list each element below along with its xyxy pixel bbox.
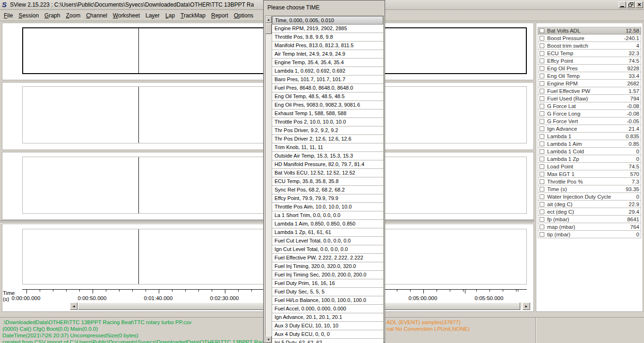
channel-value-row[interactable]: fp (mbar) 8641 [538,216,641,223]
popup-channel-option[interactable]: Fuel Duty Prim, 16, 16, 16 [272,279,383,288]
channel-checkbox[interactable] [540,232,544,237]
channel-checkbox[interactable] [540,111,544,116]
channel-checkbox[interactable] [540,119,544,124]
popup-channel-option[interactable]: Fuel Duty Sec, 5, 5, 5 [272,288,383,296]
channel-checkbox[interactable] [540,36,544,41]
popup-channel-option[interactable]: Outside Air Temp, 15.3, 15.3, 15.3 [272,152,383,160]
popup-channel-option[interactable]: Exhaust Temp 1, 588, 588, 588 [272,109,383,118]
channel-checkbox[interactable] [540,209,544,214]
popup-channel-option[interactable]: Ign Advance, 20.1, 20.1, 20.1 [272,313,383,322]
popup-scrollbar[interactable]: ▲ ▼ [266,16,272,343]
channel-value-row[interactable]: Time (s) 93.35 [538,185,641,193]
menu-item[interactable]: File [1,11,16,20]
popup-channel-option[interactable]: Manifold Pres, 813.0, 812.3, 811.5 [272,42,383,50]
close-button[interactable]: × [635,1,643,8]
popup-channel-option[interactable]: Time, 0.000, 0.005, 0.010 [272,16,383,25]
popup-channel-option[interactable]: Eng Oil Temp, 48.5, 48.5, 48.5 [272,92,383,101]
channel-value-row[interactable]: Throttle Pos % 7.3 [538,178,641,185]
restore-button[interactable] [627,1,635,8]
popup-channel-option[interactable]: Lambda 1 Zp, 61, 61, 61 [272,228,383,237]
popup-scroll-up-button[interactable]: ▲ [266,16,272,23]
channel-value-row[interactable]: Lambda 1 0.835 [538,133,641,140]
channel-value-row[interactable]: tip (mbar) 0 [538,231,641,238]
popup-channel-option[interactable]: HD Manifold Pressure, 82.0, 79.7, 81.4 [272,160,383,169]
minimize-button[interactable] [618,1,626,8]
popup-channel-option[interactable]: La 1 Short Trim, 0.0, 0.0, 0.0 [272,211,383,220]
popup-channel-option[interactable]: Fuel Hi/Lo Balance, 100.0, 100.0, 100.0 [272,296,383,305]
popup-channel-option[interactable]: Thr Pos Driver, 9.2, 9.2, 9.2 [272,126,383,135]
channel-value-row[interactable]: Effcy Point 74.5 [538,57,641,65]
scroll-left-button[interactable]: ◄ [70,302,77,310]
channel-value-row[interactable]: Ign Advance 21.4 [538,125,641,133]
channel-checkbox[interactable] [540,164,544,169]
channel-value-row[interactable]: ECU Temp 32.3 [538,50,641,57]
channel-checkbox[interactable] [540,74,544,78]
menu-item[interactable]: Channel [83,11,110,20]
channel-value-row[interactable]: Engine RPM 2682 [538,80,641,87]
popup-channel-option[interactable]: Fuel Cut Level Total, 0.0, 0.0, 0.0 [272,237,383,245]
scroll-right-button[interactable]: ► [523,302,530,310]
channel-checkbox[interactable] [540,217,544,222]
channel-value-row[interactable]: Eng Oil Temp 33.4 [538,72,641,80]
channel-value-row[interactable]: Max EGT 1 570 [538,170,641,178]
channel-value-row[interactable]: Boost trim switch 4 [538,42,641,50]
channel-value-row[interactable]: G Force Lat -0.08 [538,102,641,110]
channel-value-row[interactable]: ect (deg C) 29.4 [538,208,641,216]
channel-value-row[interactable]: ait (deg C) 22.9 [538,201,641,208]
channel-value-row[interactable]: Boost Pressure -240.1 [538,34,641,42]
channel-checkbox[interactable] [540,126,544,131]
channel-value-row[interactable]: G Force Long -0.08 [538,110,641,117]
popup-channel-option[interactable]: Engine Temp, 35.4, 35.4, 35.4 [272,59,383,67]
popup-channel-option[interactable]: Fuel Inj Timing Sec, 200.0, 200.0, 200.0 [272,271,383,279]
popup-channel-option[interactable]: Baro Pres, 101.7, 101.7, 101.7 [272,75,383,84]
menu-item[interactable]: Layer [143,11,163,20]
menu-item[interactable]: Session [16,11,42,20]
popup-channel-option[interactable]: Fuel Pres, 8648.0, 8648.0, 8648.0 [272,84,383,92]
channel-value-row[interactable]: Lambda 1 Zp 0 [538,155,641,163]
popup-channel-option[interactable]: Bat Volts ECU, 12.52, 12.52, 12.52 [272,169,383,177]
menu-item[interactable]: Graph [42,11,63,20]
channel-value-row[interactable]: Water Injection Duty Cycle 0 [538,193,641,201]
channel-checkbox[interactable] [540,43,544,48]
popup-scrollbar-thumb[interactable] [266,24,272,34]
popup-channel-option[interactable]: Sync Rel Pos, 68.2, 68.2, 68.2 [272,186,383,194]
menu-item[interactable]: Report [208,11,231,20]
menu-item[interactable]: Zoom [63,11,83,20]
channel-checkbox[interactable] [540,225,544,229]
channel-checkbox[interactable] [540,179,544,184]
popup-scroll-down-button[interactable]: ▼ [266,336,272,343]
menu-item[interactable]: Worksheet [110,11,143,20]
channel-value-row[interactable]: Eng Oil Pres 9228 [538,65,641,72]
channel-value-row[interactable]: Fuel Effective PW 1.57 [538,87,641,95]
popup-channel-option[interactable]: Ign Cut Level Total, 0.0, 0.0, 0.0 [272,245,383,254]
popup-channel-option[interactable]: Fuel Inj Timing, 320.0, 320.0, 320.0 [272,262,383,271]
channel-value-row[interactable]: Bat Volts ADL 12.58 [538,27,641,34]
channel-checkbox[interactable] [540,66,544,71]
channel-checkbox[interactable] [540,142,544,146]
popup-channel-option[interactable]: Fuel Effective PW, 2.222, 2.222, 2.222 [272,254,383,262]
channel-value-row[interactable]: Lambda 1 Cold 0 [538,148,641,155]
popup-channel-option[interactable]: Throttle Pos Aim, 10.0, 10.0, 10.0 [272,203,383,211]
channel-checkbox[interactable] [540,28,544,33]
popup-channel-option[interactable]: Aux 4 Duty ECU, 0, 0, 0 [272,330,383,339]
channel-checkbox[interactable] [540,81,544,86]
channel-checkbox[interactable] [540,96,544,101]
channel-checkbox[interactable] [540,134,544,139]
channel-checkbox[interactable] [540,59,544,63]
channel-checkbox[interactable] [540,149,544,154]
popup-channel-option[interactable]: Fuel Accel, 0.000, 0.000, 0.000 [272,305,383,313]
popup-channel-option[interactable]: Eng Oil Pres, 9083.0, 9082.3, 9081.6 [272,101,383,109]
channel-checkbox[interactable] [540,51,544,56]
popup-channel-option[interactable]: Air Temp Inlet, 24.9, 24.9, 24.9 [272,50,383,59]
channel-checkbox[interactable] [540,89,544,93]
channel-value-row[interactable]: G Force Vert -0.05 [538,117,641,125]
popup-channel-option[interactable]: Aux 3 Duty ECU, 10, 10, 10 [272,322,383,330]
channel-value-row[interactable]: Load Point 74.5 [538,163,641,170]
channel-checkbox[interactable] [540,157,544,161]
channel-checkbox[interactable] [540,187,544,192]
popup-channel-option[interactable]: Thr Pos Driver 2, 12.6, 12.6, 12.6 [272,135,383,143]
menu-item[interactable]: Options [231,11,256,20]
popup-channel-option[interactable]: Effcy Point, 79.9, 79.9, 79.9 [272,194,383,203]
popup-channel-option[interactable]: Lambda 1 Aim, 0.850, 0.850, 0.850 [272,220,383,228]
popup-channel-option[interactable]: Throttle Pos 2, 10.0, 10.0, 10.0 [272,118,383,126]
